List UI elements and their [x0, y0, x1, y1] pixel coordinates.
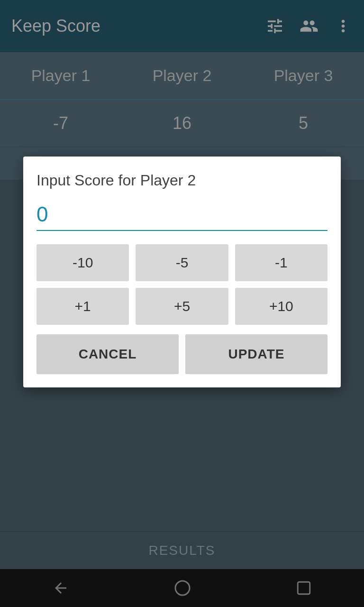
dialog-title: Input Score for Player 2 — [36, 172, 328, 189]
dialog-actions: CANCEL UPDATE — [36, 334, 328, 374]
minus5-button[interactable]: -5 — [136, 244, 228, 281]
positive-buttons-row: +1 +5 +10 — [36, 288, 328, 325]
minus1-button[interactable]: -1 — [235, 244, 328, 281]
score-input-dialog: Input Score for Player 2 -10 -5 -1 +1 +5… — [23, 156, 341, 387]
score-input-wrapper — [36, 201, 328, 231]
plus1-button[interactable]: +1 — [36, 288, 129, 325]
plus10-button[interactable]: +10 — [235, 288, 328, 325]
negative-buttons-row: -10 -5 -1 — [36, 244, 328, 281]
score-input[interactable] — [36, 201, 328, 230]
plus5-button[interactable]: +5 — [136, 288, 228, 325]
cancel-button[interactable]: CANCEL — [36, 334, 179, 374]
dialog-overlay: Input Score for Player 2 -10 -5 -1 +1 +5… — [0, 0, 364, 607]
minus10-button[interactable]: -10 — [36, 244, 129, 281]
update-button[interactable]: UPDATE — [185, 334, 328, 374]
